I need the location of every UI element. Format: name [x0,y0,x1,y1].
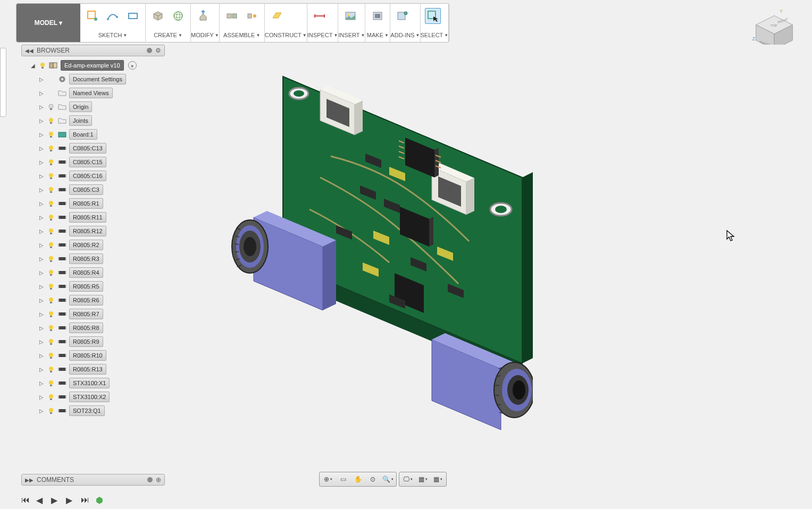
toolbar-label-construct[interactable]: CONSTRUCT ▼ [265,28,307,42]
collapse-icon[interactable]: ◀◀ [25,48,34,54]
pin-icon[interactable] [147,48,152,53]
bulb-icon[interactable] [47,213,55,222]
measure-icon[interactable] [312,8,328,24]
tree-item[interactable]: ▷R0805:R6 [21,293,165,307]
tree-item[interactable]: ▷Board:1 [21,128,165,141]
tree-item[interactable]: ▷R0805:R11 [21,210,165,224]
bulb-icon[interactable] [47,158,55,166]
select-icon[interactable] [425,8,441,24]
bulb-icon[interactable] [47,199,55,208]
expand-arrow-icon[interactable]: ▷ [38,214,45,220]
expand-arrow-icon[interactable]: ▷ [38,352,45,359]
bulb-icon[interactable] [38,61,47,70]
expand-arrow-icon[interactable]: ▷ [38,159,45,165]
tree-item[interactable]: ▷R0805:R8 [21,321,165,335]
left-panel-handle[interactable] [0,48,6,117]
bulb-icon[interactable] [47,116,55,125]
play-icon[interactable]: ▶ [51,495,60,504]
expand-arrow-icon[interactable]: ▷ [38,269,45,276]
bulb-icon[interactable] [47,241,55,249]
tree-item[interactable]: ▷R0805:R5 [21,279,165,293]
tree-item[interactable]: ▷SOT23:Q1 [21,404,165,418]
tree-item[interactable]: ▷R0805:R12 [21,224,165,238]
tree-item[interactable]: ▷R0805:R1 [21,197,165,210]
expand-arrow-icon[interactable]: ▷ [38,76,45,82]
toolbar-label-sketch[interactable]: SKETCH ▼ [80,28,145,42]
tree-item[interactable]: ▷R0805:R4 [21,266,165,279]
tree-item[interactable]: ▷R0805:R3 [21,252,165,266]
press-pull-icon[interactable] [195,8,211,24]
expand-arrow-icon[interactable]: ▷ [38,325,45,331]
tree-item[interactable]: ▷Origin [21,100,165,114]
expand-arrow-icon[interactable]: ▷ [38,380,45,386]
grid-settings-icon[interactable]: ▦ [415,473,430,485]
tree-item[interactable]: ▷R0805:R13 [21,362,165,376]
scripts-icon[interactable] [395,8,411,24]
spline-icon[interactable] [105,8,121,24]
toolbar-label-inspect[interactable]: INSPECT ▼ [307,28,338,42]
bulb-icon[interactable] [47,393,55,401]
look-at-icon[interactable]: ▭ [336,473,350,485]
tree-item[interactable]: ▷STX3100:X1 [21,376,165,390]
expand-arrow-icon[interactable]: ▷ [38,228,45,234]
bulb-icon[interactable] [47,172,55,180]
expand-arrow-icon[interactable]: ▷ [38,200,45,207]
go-end-icon[interactable]: ⏭ [81,495,89,504]
expand-arrow-icon[interactable]: ▷ [38,297,45,303]
workspace-model-button[interactable]: MODEL ▾ [16,4,80,42]
tree-item[interactable]: ▷C0805:C15 [21,155,165,169]
joint-origin-icon[interactable] [244,8,260,24]
box-icon[interactable] [150,8,166,24]
collapse-arrow-icon[interactable]: ◢ [30,62,36,69]
bulb-icon[interactable] [47,144,55,152]
bulb-icon[interactable] [47,351,55,360]
settings-icon[interactable]: ⚙ [155,47,161,54]
viewport-layout-icon[interactable]: ▦ [430,473,445,485]
expand-icon[interactable]: ▶▶ [25,477,34,483]
go-start-icon[interactable]: ⏮ [21,495,30,504]
toolbar-label-assemble[interactable]: ASSEMBLE ▼ [220,28,264,42]
toolbar-label-insert[interactable]: INSERT ▼ [338,28,365,42]
expand-arrow-icon[interactable]: ▷ [38,104,45,110]
bulb-icon[interactable] [47,185,55,194]
plane-icon[interactable] [269,8,285,24]
tree-item[interactable]: ▷STX3100:X2 [21,390,165,404]
expand-arrow-icon[interactable]: ▷ [38,242,45,248]
bulb-icon[interactable] [47,365,55,374]
bulb-icon[interactable] [47,296,55,304]
tree-item[interactable]: ▷R0805:R2 [21,238,165,252]
bulb-icon[interactable] [47,103,55,111]
tree-item[interactable]: ▷C0805:C13 [21,141,165,155]
step-forward-icon[interactable]: ▶ [66,495,74,504]
tree-item[interactable]: ▷Named Views [21,86,165,100]
expand-arrow-icon[interactable]: ▷ [38,408,45,414]
toolbar-label-make[interactable]: MAKE ▼ [365,28,390,42]
bulb-icon[interactable] [47,227,55,235]
pan-icon[interactable]: ✋ [350,473,365,485]
expand-arrow-icon[interactable]: ▷ [38,145,45,151]
expand-arrow-icon[interactable]: ▷ [38,366,45,372]
bulb-icon[interactable] [47,337,55,346]
toolbar-label-add-ins[interactable]: ADD-INS ▼ [390,28,420,42]
expand-arrow-icon[interactable]: ▷ [38,338,45,345]
bulb-icon[interactable] [47,379,55,387]
expand-arrow-icon[interactable]: ▷ [38,186,45,193]
tree-item[interactable]: ▷R0805:R10 [21,349,165,362]
expand-arrow-icon[interactable]: ▷ [38,394,45,400]
sphere-icon[interactable] [170,8,186,24]
3d-print-icon[interactable] [370,8,386,24]
add-icon[interactable]: ⊕ [156,476,161,483]
bulb-icon[interactable] [47,310,55,318]
tree-root[interactable]: ◢ Ed-amp-example v10 ◉ [21,58,165,72]
sketch-new-icon[interactable] [85,8,101,24]
browser-header[interactable]: ◀◀ BROWSER ⚙ [21,45,165,56]
orbit-icon[interactable]: ⊕ [321,473,336,485]
tree-item[interactable]: ▷Joints [21,114,165,128]
expand-arrow-icon[interactable]: ▷ [38,117,45,124]
bulb-icon[interactable] [47,406,55,415]
joint-icon[interactable] [224,8,240,24]
expand-arrow-icon[interactable]: ▷ [38,283,45,290]
bulb-icon[interactable] [47,282,55,291]
bulb-icon[interactable] [47,254,55,263]
step-back-icon[interactable]: ◀ [36,495,45,504]
